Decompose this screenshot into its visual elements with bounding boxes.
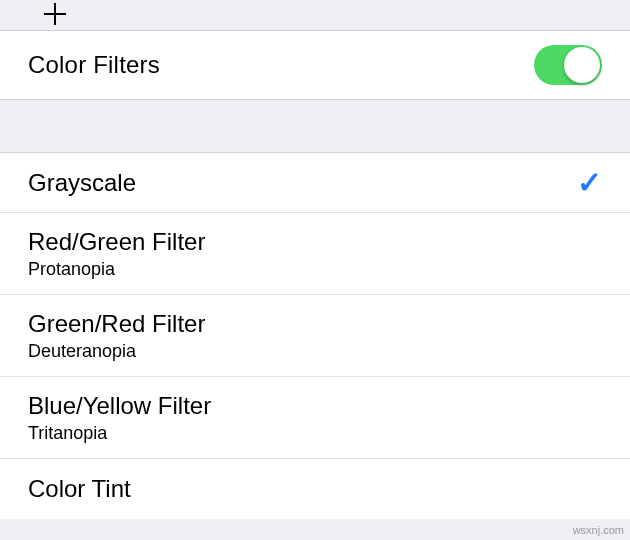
filter-option-green-red[interactable]: Green/Red Filter Deuteranopia [0, 295, 630, 377]
filter-list: Grayscale ✓ Red/Green Filter Protanopia … [0, 152, 630, 519]
color-filters-label: Color Filters [28, 51, 160, 79]
filter-title: Grayscale [28, 168, 136, 198]
color-filters-toggle-row[interactable]: Color Filters [0, 30, 630, 100]
section-gap [0, 100, 630, 152]
filter-option-color-tint[interactable]: Color Tint [0, 459, 630, 519]
filter-option-blue-yellow[interactable]: Blue/Yellow Filter Tritanopia [0, 377, 630, 459]
filter-option-grayscale[interactable]: Grayscale ✓ [0, 153, 630, 213]
color-filters-switch[interactable] [534, 45, 602, 85]
watermark: wsxnj.com [573, 524, 624, 536]
plus-icon[interactable] [44, 3, 66, 25]
filter-title: Blue/Yellow Filter [28, 391, 211, 421]
checkmark-icon: ✓ [577, 168, 602, 198]
filter-title: Red/Green Filter [28, 227, 205, 257]
filter-title: Color Tint [28, 474, 131, 504]
filter-subtitle: Tritanopia [28, 423, 211, 444]
filter-option-red-green[interactable]: Red/Green Filter Protanopia [0, 213, 630, 295]
filter-subtitle: Deuteranopia [28, 341, 205, 362]
switch-knob [564, 47, 600, 83]
filter-title: Green/Red Filter [28, 309, 205, 339]
filter-subtitle: Protanopia [28, 259, 205, 280]
top-bar [0, 0, 630, 30]
